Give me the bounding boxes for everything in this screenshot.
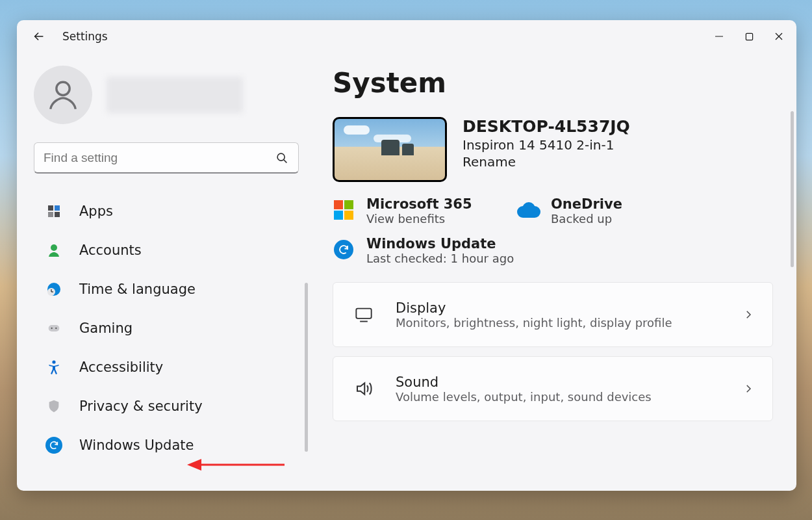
device-summary: DESKTOP-4L537JQ Inspiron 14 5410 2-in-1 …: [333, 117, 773, 182]
search-input[interactable]: [44, 151, 275, 165]
main-content: System DESKTOP-4L537JQ Inspiron 14 5410 …: [316, 53, 796, 491]
svg-rect-7: [48, 205, 53, 211]
sidebar: Apps Accounts Time & language: [17, 53, 316, 491]
card-sound[interactable]: Sound Volume levels, output, input, soun…: [333, 356, 773, 421]
tile-onedrive[interactable]: OneDrive Backed up: [517, 196, 686, 226]
svg-rect-8: [55, 205, 60, 211]
sidebar-item-label: Time & language: [79, 281, 196, 297]
arrow-left-icon: [32, 29, 46, 44]
sidebar-item-label: Windows Update: [79, 437, 194, 453]
rename-link[interactable]: Rename: [463, 154, 630, 170]
svg-rect-10: [55, 212, 60, 217]
sidebar-item-privacy-security[interactable]: Privacy & security: [34, 387, 299, 426]
titlebar: Settings: [17, 20, 796, 53]
card-title: Display: [396, 300, 723, 316]
window-controls: [704, 23, 794, 49]
sound-icon: [351, 376, 376, 401]
sidebar-item-label: Privacy & security: [79, 398, 203, 414]
person-icon: [44, 76, 82, 114]
onedrive-icon: [517, 199, 539, 221]
maximize-button[interactable]: [734, 23, 764, 49]
chevron-right-icon: [742, 383, 754, 395]
profile-name-redacted: [107, 77, 243, 113]
sidebar-item-accounts[interactable]: Accounts: [34, 231, 299, 270]
display-icon: [351, 302, 376, 327]
svg-point-18: [55, 328, 57, 329]
avatar: [34, 66, 92, 124]
svg-rect-20: [356, 309, 371, 318]
svg-rect-16: [49, 325, 60, 332]
page-title: System: [333, 67, 773, 99]
tile-subtitle: Backed up: [551, 212, 622, 226]
windows-update-icon: [333, 239, 355, 261]
sidebar-item-apps[interactable]: Apps: [34, 192, 299, 231]
svg-point-17: [51, 328, 53, 329]
card-subtitle: Volume levels, output, input, sound devi…: [396, 390, 723, 404]
shield-icon: [45, 398, 62, 415]
window-body: Apps Accounts Time & language: [17, 53, 796, 491]
app-title: Settings: [62, 30, 108, 43]
sidebar-item-gaming[interactable]: Gaming: [34, 309, 299, 348]
minimize-icon: [715, 32, 724, 41]
status-tiles: Microsoft 365 View benefits OneDrive Bac…: [333, 196, 773, 226]
sidebar-item-label: Gaming: [79, 320, 133, 336]
sidebar-item-windows-update[interactable]: Windows Update: [34, 426, 299, 465]
profile-block[interactable]: [34, 66, 299, 124]
device-name: DESKTOP-4L537JQ: [463, 117, 630, 136]
tile-windows-update[interactable]: Windows Update Last checked: 1 hour ago: [333, 236, 773, 265]
main-scrollbar[interactable]: [791, 111, 794, 267]
svg-point-4: [57, 82, 70, 95]
maximize-icon: [745, 32, 754, 41]
tile-title: Windows Update: [366, 236, 514, 252]
microsoft-logo-icon: [333, 199, 355, 221]
svg-line-6: [284, 159, 287, 162]
card-display[interactable]: Display Monitors, brightness, night ligh…: [333, 282, 773, 347]
titlebar-left: Settings: [29, 26, 108, 47]
svg-point-11: [51, 244, 57, 251]
gaming-icon: [45, 320, 62, 337]
tile-microsoft-365[interactable]: Microsoft 365 View benefits: [333, 196, 501, 226]
sidebar-nav: Apps Accounts Time & language: [34, 192, 299, 465]
sidebar-item-label: Apps: [79, 203, 113, 219]
sidebar-item-time-language[interactable]: Time & language: [34, 270, 299, 309]
back-button[interactable]: [29, 26, 49, 47]
svg-rect-1: [746, 33, 752, 40]
device-info: DESKTOP-4L537JQ Inspiron 14 5410 2-in-1 …: [463, 117, 630, 170]
settings-cards: Display Monitors, brightness, night ligh…: [333, 282, 773, 421]
windows-update-icon: [45, 437, 62, 454]
svg-rect-9: [48, 212, 53, 217]
tile-title: OneDrive: [551, 196, 622, 212]
search-icon: [275, 151, 289, 165]
close-icon: [774, 32, 783, 41]
chevron-right-icon: [742, 309, 754, 320]
card-title: Sound: [396, 374, 723, 390]
time-language-icon: [45, 281, 62, 298]
settings-window: Settings: [17, 20, 796, 491]
accounts-icon: [45, 242, 62, 259]
sidebar-item-label: Accessibility: [79, 359, 163, 375]
minimize-button[interactable]: [704, 23, 734, 49]
svg-point-19: [52, 360, 55, 363]
accessibility-icon: [45, 359, 62, 376]
device-model: Inspiron 14 5410 2-in-1: [463, 137, 630, 153]
search-box[interactable]: [34, 142, 299, 174]
card-subtitle: Monitors, brightness, night light, displ…: [396, 316, 723, 330]
svg-point-5: [277, 153, 285, 161]
close-button[interactable]: [764, 23, 794, 49]
tile-subtitle: Last checked: 1 hour ago: [366, 252, 514, 265]
tile-subtitle: View benefits: [366, 212, 472, 226]
apps-icon: [45, 203, 62, 220]
sidebar-scrollbar[interactable]: [305, 283, 308, 452]
device-wallpaper-thumb[interactable]: [333, 117, 447, 182]
sidebar-item-label: Accounts: [79, 242, 142, 258]
sidebar-item-accessibility[interactable]: Accessibility: [34, 348, 299, 387]
tile-title: Microsoft 365: [366, 196, 472, 212]
